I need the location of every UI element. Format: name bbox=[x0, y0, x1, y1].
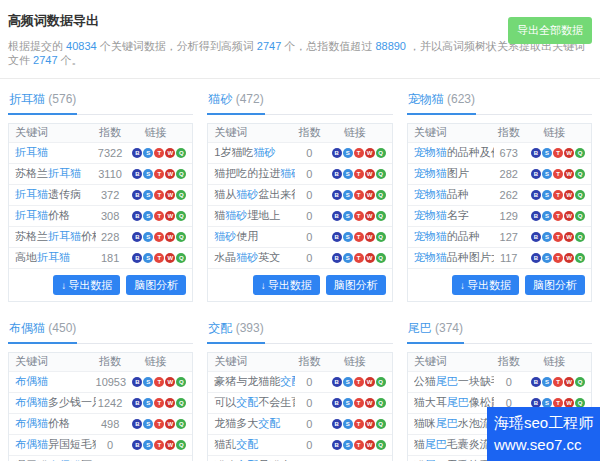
link-icon-navy[interactable]: B bbox=[132, 253, 142, 263]
keyword-link[interactable]: 豪猪与龙猫能交配吗 bbox=[214, 375, 295, 387]
link-icon-navy[interactable]: B bbox=[332, 148, 342, 158]
link-icon-blue[interactable]: S bbox=[143, 169, 153, 179]
link-icon-blue[interactable]: S bbox=[143, 211, 153, 221]
link-icon-navy[interactable]: B bbox=[531, 377, 541, 387]
link-icon-blue[interactable]: S bbox=[343, 211, 353, 221]
link-icon-blue[interactable]: S bbox=[143, 440, 153, 450]
link-icon-navy[interactable]: B bbox=[332, 232, 342, 242]
keyword-link[interactable]: 宠物猫的品种及价格 bbox=[414, 146, 495, 158]
link-icon-green[interactable]: Q bbox=[176, 253, 186, 263]
link-icon-navy[interactable]: B bbox=[132, 440, 142, 450]
link-icon-navy[interactable]: B bbox=[531, 169, 541, 179]
link-icon-navy[interactable]: B bbox=[332, 253, 342, 263]
link-icon-blue[interactable]: S bbox=[343, 377, 353, 387]
keyword-link[interactable]: 折耳猫遗传病 bbox=[15, 188, 81, 200]
keyword-link[interactable]: 高地折耳猫 bbox=[15, 251, 70, 263]
link-icon-red[interactable]: W bbox=[165, 232, 175, 242]
mindmap-analysis-button[interactable]: 脑图分析 bbox=[525, 275, 585, 295]
link-icon-blue[interactable]: S bbox=[542, 148, 552, 158]
keyword-link[interactable]: 折耳猫 bbox=[15, 146, 48, 158]
link-icon-blue[interactable]: S bbox=[343, 419, 353, 429]
link-icon-red[interactable]: W bbox=[165, 253, 175, 263]
keyword-link[interactable]: 猫尾巴毛囊炎流脓 bbox=[414, 438, 495, 450]
link-icon-blue[interactable]: S bbox=[542, 377, 552, 387]
panel-tab[interactable]: 折耳猫 (576) bbox=[8, 87, 77, 115]
link-icon-navy[interactable]: B bbox=[332, 190, 342, 200]
link-icon-red[interactable]: W bbox=[365, 211, 375, 221]
export-all-button[interactable]: 导出全部数据 bbox=[508, 17, 592, 44]
link-icon-navy[interactable]: B bbox=[132, 398, 142, 408]
link-icon-green[interactable]: Q bbox=[376, 211, 386, 221]
link-icon-green[interactable]: Q bbox=[176, 169, 186, 179]
link-icon-green[interactable]: Q bbox=[575, 253, 585, 263]
keyword-link[interactable]: 宠物猫品种图片大全 bbox=[414, 251, 495, 263]
link-icon-blue[interactable]: S bbox=[343, 232, 353, 242]
link-icon-red[interactable]: W bbox=[165, 148, 175, 158]
link-icon-green[interactable]: Q bbox=[376, 398, 386, 408]
link-icon-navy[interactable]: B bbox=[332, 377, 342, 387]
link-icon-red[interactable]: W bbox=[165, 377, 175, 387]
panel-tab[interactable]: 布偶猫 (450) bbox=[8, 316, 77, 344]
keyword-link[interactable]: 布偶猫多少钱一只 bbox=[15, 396, 96, 408]
keyword-link[interactable]: 猫把吃的拉进猫砂盆 bbox=[214, 167, 295, 179]
link-icon-green[interactable]: Q bbox=[575, 169, 585, 179]
link-icon-green[interactable]: Q bbox=[176, 190, 186, 200]
link-icon-green[interactable]: Q bbox=[575, 190, 585, 200]
link-icon-green[interactable]: Q bbox=[575, 148, 585, 158]
link-icon-red-pill[interactable]: T bbox=[154, 398, 164, 408]
link-icon-navy[interactable]: B bbox=[132, 148, 142, 158]
link-icon-blue[interactable]: S bbox=[343, 253, 353, 263]
link-icon-green[interactable]: Q bbox=[376, 232, 386, 242]
link-icon-blue[interactable]: S bbox=[143, 419, 153, 429]
link-icon-green[interactable]: Q bbox=[176, 419, 186, 429]
link-icon-blue[interactable]: S bbox=[143, 190, 153, 200]
link-icon-red[interactable]: W bbox=[365, 148, 375, 158]
link-icon-green[interactable]: Q bbox=[376, 169, 386, 179]
keyword-link[interactable]: 水晶猫砂英文 bbox=[214, 251, 280, 263]
link-icon-blue[interactable]: S bbox=[343, 398, 353, 408]
link-icon-navy[interactable]: B bbox=[132, 232, 142, 242]
link-icon-blue[interactable]: S bbox=[542, 169, 552, 179]
link-icon-red[interactable]: W bbox=[165, 211, 175, 221]
export-data-button[interactable]: ↓导出数据 bbox=[452, 275, 519, 295]
link-icon-red-pill[interactable]: T bbox=[154, 190, 164, 200]
link-icon-red[interactable]: W bbox=[365, 232, 375, 242]
link-icon-red[interactable]: W bbox=[365, 377, 375, 387]
link-icon-red[interactable]: W bbox=[564, 169, 574, 179]
link-icon-green[interactable]: Q bbox=[176, 377, 186, 387]
link-icon-blue[interactable]: S bbox=[343, 190, 353, 200]
link-icon-green[interactable]: Q bbox=[376, 377, 386, 387]
keyword-link[interactable]: 布偶猫异国短毛猫 bbox=[15, 438, 96, 450]
export-data-button[interactable]: ↓导出数据 bbox=[253, 275, 320, 295]
keyword-link[interactable]: 公猫尾巴一块缺毛 bbox=[414, 375, 495, 387]
link-icon-red[interactable]: W bbox=[165, 190, 175, 200]
link-icon-blue[interactable]: S bbox=[143, 253, 153, 263]
link-icon-green[interactable]: Q bbox=[575, 211, 585, 221]
keyword-link[interactable]: 布偶猫 bbox=[15, 375, 48, 387]
link-icon-red[interactable]: W bbox=[365, 253, 375, 263]
link-icon-blue[interactable]: S bbox=[143, 377, 153, 387]
keyword-link[interactable]: 1岁猫吃猫砂 bbox=[214, 146, 275, 158]
keyword-link[interactable]: 宠物猫的品种 bbox=[414, 230, 480, 242]
link-icon-red-pill[interactable]: T bbox=[354, 398, 364, 408]
link-icon-red-pill[interactable]: T bbox=[354, 253, 364, 263]
link-icon-red[interactable]: W bbox=[165, 440, 175, 450]
link-icon-red-pill[interactable]: T bbox=[553, 190, 563, 200]
panel-tab[interactable]: 尾巴 (374) bbox=[407, 316, 464, 344]
mindmap-analysis-button[interactable]: 脑图分析 bbox=[126, 275, 186, 295]
link-icon-green[interactable]: Q bbox=[176, 148, 186, 158]
link-icon-red-pill[interactable]: T bbox=[154, 169, 164, 179]
link-icon-blue[interactable]: S bbox=[143, 148, 153, 158]
keyword-link[interactable]: 猫乱交配 bbox=[214, 438, 258, 450]
link-icon-navy[interactable]: B bbox=[132, 419, 142, 429]
link-icon-red[interactable]: W bbox=[365, 169, 375, 179]
link-icon-green[interactable]: Q bbox=[575, 377, 585, 387]
link-icon-red-pill[interactable]: T bbox=[354, 419, 364, 429]
link-icon-red[interactable]: W bbox=[165, 398, 175, 408]
export-data-button[interactable]: ↓导出数据 bbox=[53, 275, 120, 295]
link-icon-red-pill[interactable]: T bbox=[354, 190, 364, 200]
link-icon-blue[interactable]: S bbox=[542, 232, 552, 242]
link-icon-red-pill[interactable]: T bbox=[553, 377, 563, 387]
link-icon-navy[interactable]: B bbox=[531, 190, 541, 200]
link-icon-green[interactable]: Q bbox=[376, 190, 386, 200]
